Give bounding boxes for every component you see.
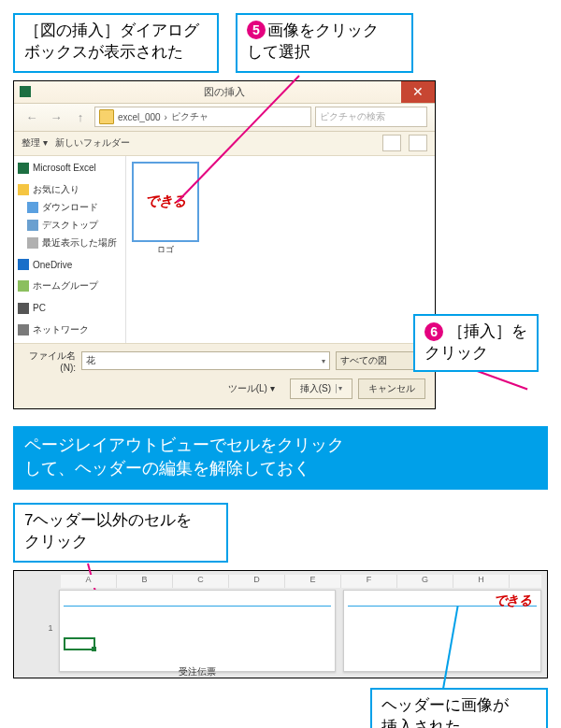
search-input[interactable]: ピクチャの検索	[315, 107, 427, 127]
sidebar-item-onedrive[interactable]: OneDrive	[18, 258, 122, 271]
folder-icon	[99, 109, 114, 124]
callout-text: 挿入された	[381, 718, 461, 728]
col-header[interactable]: B	[117, 575, 173, 588]
excel-icon	[18, 163, 29, 174]
recent-icon	[27, 237, 38, 249]
tools-button[interactable]: ツール(L) ▾	[228, 382, 275, 395]
col-header[interactable]: H	[453, 575, 510, 588]
col-header[interactable]: D	[229, 575, 285, 588]
file-thumbnail-selected[interactable]: できる	[132, 162, 199, 242]
selected-cell[interactable]	[64, 637, 95, 650]
new-folder-button[interactable]: 新しいフォルダー	[55, 136, 130, 150]
nav-bar: ← → ↑ excel_000 › ピクチャ ピクチャの検索	[14, 104, 435, 132]
callout-text: ［挿入］を	[448, 322, 527, 340]
filename-input[interactable]: 花▾	[81, 351, 330, 370]
callout-text: 画像をクリック	[267, 21, 379, 39]
search-placeholder: ピクチャの検索	[320, 110, 385, 123]
crumb-root: excel_000	[118, 112, 161, 122]
column-headers: A B C D E F G H	[61, 575, 541, 588]
callout-text: して選択	[247, 43, 310, 61]
callout-dialog-shown: ［図の挿入］ダイアログ ボックスが表示された	[13, 13, 219, 73]
sidebar-item-favorites[interactable]: お気に入り	[18, 182, 122, 197]
callout-text: ヘッダーに画像が	[381, 696, 509, 714]
thumbnail-caption: ロゴ	[132, 244, 199, 256]
callout-text: クリック	[424, 344, 488, 362]
dialog-footer: ファイル名(N): 花▾ すべての図▾ ツール(L) ▾ 挿入(S)│▾ キャン…	[14, 343, 435, 408]
excel-page-layout-view: A B C D E F G H 1 受注伝票 できる	[13, 570, 548, 678]
col-header[interactable]: G	[397, 575, 453, 588]
callout-step-6: 6 ［挿入］を クリック	[413, 314, 539, 372]
dialog-title: 図の挿入	[14, 85, 435, 99]
download-icon	[27, 202, 38, 213]
organize-button[interactable]: 整理 ▾	[22, 136, 48, 150]
onedrive-icon	[18, 259, 29, 270]
chevron-down-icon: │▾	[334, 384, 342, 393]
crumb-current: ピクチャ	[171, 110, 209, 123]
step-number: 6	[424, 322, 443, 341]
back-button[interactable]: ←	[22, 107, 42, 127]
cancel-button[interactable]: キャンセル	[358, 378, 425, 399]
col-header[interactable]: A	[61, 575, 117, 588]
bar-text: ページレイアウトビューでセルをクリック	[24, 435, 344, 454]
view-icon[interactable]	[382, 135, 401, 151]
col-header[interactable]: C	[173, 575, 229, 588]
insert-button[interactable]: 挿入(S)│▾	[290, 378, 352, 399]
chevron-down-icon: ▾	[322, 357, 325, 365]
close-button[interactable]: ✕	[401, 81, 435, 103]
titlebar: 図の挿入 ✕	[14, 81, 435, 104]
instruction-bar: ページレイアウトビューでセルをクリック して、ヘッダーの編集を解除しておく	[13, 426, 548, 490]
header-line	[64, 606, 331, 607]
star-icon	[18, 184, 29, 195]
sidebar-item-excel[interactable]: Microsoft Excel	[18, 162, 122, 175]
sidebar-item-downloads[interactable]: ダウンロード	[18, 200, 122, 215]
forward-button[interactable]: →	[46, 107, 66, 127]
sidebar-item-desktop[interactable]: デスクトップ	[18, 218, 122, 233]
callout-step-5: 5画像をクリック して選択	[236, 13, 413, 73]
callout-image-inserted: ヘッダーに画像が 挿入された	[370, 688, 548, 728]
row-header[interactable]: 1	[44, 623, 57, 633]
homegroup-icon	[18, 280, 29, 292]
insert-picture-dialog: 図の挿入 ✕ ← → ↑ excel_000 › ピクチャ ピクチャの検索 整理…	[13, 80, 436, 409]
page-1[interactable]: 受注伝票	[59, 590, 336, 672]
filename-label: ファイル名(N):	[23, 350, 76, 373]
help-icon[interactable]	[409, 135, 427, 151]
pc-icon	[18, 303, 29, 314]
col-header[interactable]: E	[285, 575, 341, 588]
page-2[interactable]: できる	[343, 590, 541, 672]
sidebar-item-pc[interactable]: PC	[18, 302, 122, 315]
thumbnail-image: できる	[145, 193, 186, 210]
sidebar-item-recent[interactable]: 最近表示した場所	[18, 236, 122, 250]
callout-text: クリック	[24, 533, 88, 550]
crumb-separator: ›	[165, 112, 167, 122]
sidebar-item-network[interactable]: ネットワーク	[18, 322, 122, 337]
bar-text: して、ヘッダーの編集を解除しておく	[24, 459, 310, 478]
col-header[interactable]: F	[341, 575, 397, 588]
up-button[interactable]: ↑	[70, 107, 91, 127]
file-list[interactable]: できる ロゴ	[126, 156, 435, 343]
step-number: 5	[247, 21, 266, 39]
callout-step-7: 7ヘッダー以外のセルを クリック	[13, 503, 228, 563]
breadcrumb[interactable]: excel_000 › ピクチャ	[94, 107, 311, 127]
callout-text: ボックスが表示された	[24, 43, 183, 61]
sheet-title: 受注伝票	[60, 665, 335, 678]
sidebar-item-homegroup[interactable]: ホームグループ	[18, 278, 122, 293]
network-icon	[18, 324, 29, 335]
sidebar: Microsoft Excel お気に入り ダウンロード デスクトップ 最近表示…	[14, 156, 126, 343]
callout-text: ［図の挿入］ダイアログ	[24, 21, 199, 39]
desktop-icon	[27, 220, 38, 231]
header-image: できる	[494, 592, 532, 609]
file-filter-dropdown[interactable]: すべての図▾	[336, 351, 425, 370]
callout-text: ヘッダー以外のセルを	[33, 511, 192, 529]
